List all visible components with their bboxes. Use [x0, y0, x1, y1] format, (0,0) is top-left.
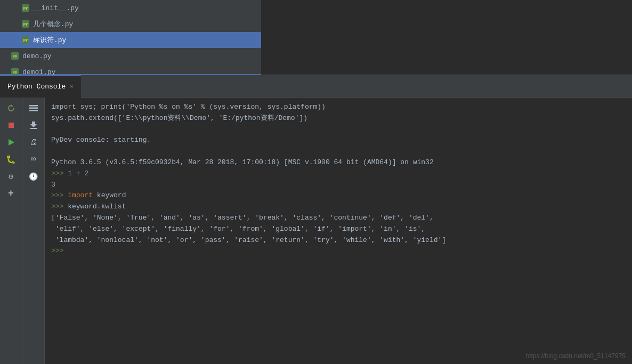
py-file-icon: py — [21, 20, 30, 28]
console-line: 'elif', 'else', 'except', 'finally', 'fo… — [51, 224, 626, 235]
file-name: __init__.py — [33, 4, 79, 12]
console-line: Python 3.6.5 (v3.6.5:f59c0932b4, Mar 28 … — [51, 157, 626, 168]
side-icons-panel: 🖨 ∞ 🕐 — [22, 98, 45, 364]
file-item-identifiers[interactable]: py 标识符.py — [0, 32, 261, 48]
tab-python-console[interactable]: Python Console × — [0, 75, 81, 98]
add-button[interactable]: + — [4, 186, 19, 201]
settings-button[interactable]: ⚙ — [4, 169, 19, 184]
console-line: sys.path.extend(['E:\\python资料\\Demo', '… — [51, 113, 626, 124]
svg-rect-3 — [29, 105, 38, 107]
tab-label: Python Console — [7, 83, 66, 91]
download-button[interactable] — [26, 118, 41, 133]
console-line: >>> import keyword — [51, 190, 626, 201]
console-line: import sys; print('Python %s on %s' % (s… — [51, 102, 626, 113]
console-line — [51, 124, 626, 135]
left-toolbar: 🐛 ⚙ + — [0, 98, 22, 364]
watermark: https://blog.csdn.net/m0_51147975 — [526, 352, 626, 360]
svg-rect-1 — [9, 123, 14, 128]
console-prompt: >>> — [51, 246, 626, 257]
stop-button[interactable] — [4, 118, 19, 133]
tab-bar: Python Console × — [0, 75, 632, 98]
py-file-icon: py — [21, 36, 30, 44]
py-file-icon: py — [11, 52, 19, 60]
svg-rect-5 — [29, 110, 38, 111]
console-line: >>> keyword.kwlist — [51, 201, 626, 213]
file-name: demo.py — [22, 52, 52, 60]
svg-rect-7 — [30, 128, 37, 129]
py-file-icon: py — [21, 4, 30, 12]
file-name: 标识符.py — [33, 35, 66, 45]
tab-close-button[interactable]: × — [70, 84, 74, 90]
svg-marker-0 — [11, 104, 13, 107]
file-tree: py __init__.py py 几个概念.py py 标识符.py py d… — [0, 0, 261, 75]
console-line: ['False', 'None', 'True', 'and', 'as', '… — [51, 213, 626, 224]
file-item-init[interactable]: py __init__.py — [0, 0, 261, 16]
rerun-button[interactable] — [4, 101, 19, 116]
console-output[interactable]: import sys; print('Python %s on %s' % (s… — [45, 98, 632, 364]
console-line: 'lambda', 'nonlocal', 'not', 'or', 'pass… — [51, 235, 626, 246]
file-name: 几个概念.py — [33, 19, 73, 29]
console-line — [51, 146, 626, 157]
history-button[interactable]: 🕐 — [26, 169, 41, 184]
print-button[interactable]: 🖨 — [26, 135, 41, 150]
console-line: 3 — [51, 180, 626, 191]
debug-button[interactable]: 🐛 — [4, 152, 19, 167]
svg-marker-2 — [9, 139, 14, 145]
editor-panel — [261, 0, 632, 75]
file-item-demo[interactable]: py demo.py — [0, 48, 261, 64]
console-line: PyDev console: starting. — [51, 135, 626, 146]
infinity-button[interactable]: ∞ — [26, 152, 41, 167]
list-button[interactable] — [26, 101, 41, 116]
file-item-concepts[interactable]: py 几个概念.py — [0, 16, 261, 32]
console-line: >>> 1 + 2 — [51, 168, 626, 180]
svg-marker-6 — [30, 122, 37, 127]
svg-rect-4 — [29, 108, 38, 109]
run-button[interactable] — [4, 135, 19, 150]
